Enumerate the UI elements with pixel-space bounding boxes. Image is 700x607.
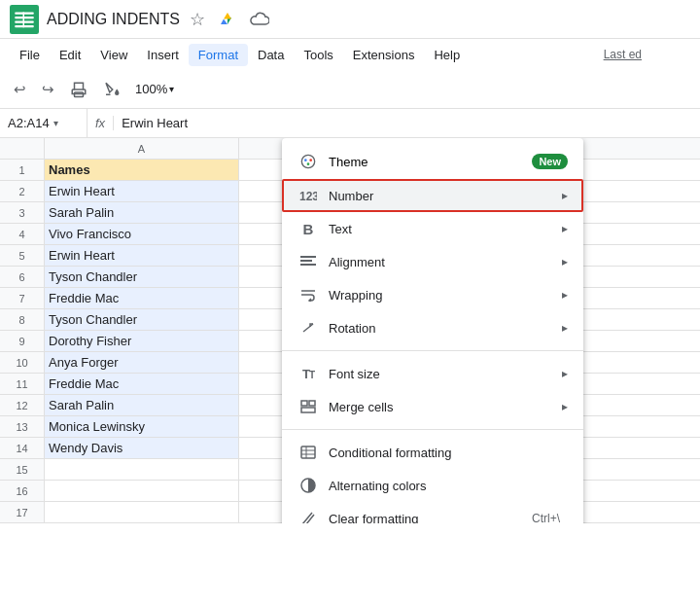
cloud-icon[interactable] [250,11,269,28]
number-arrow-icon: ▸ [562,189,568,202]
dropdown-divider [282,429,583,430]
cell-a[interactable]: Sarah Palin [45,202,239,223]
format-menu-number[interactable]: 123Number▸ [282,179,583,212]
row-num-header [0,138,45,159]
cell-a[interactable]: Erwin Heart [45,245,239,266]
svg-point-9 [309,159,312,161]
alignment-label: Alignment [329,255,562,269]
row-number: 7 [0,288,45,308]
rotation-arrow-icon: ▸ [562,321,568,335]
row-number: 15 [0,459,45,480]
menu-view[interactable]: View [90,44,137,66]
cell-a[interactable]: Wendy Davis [45,438,239,458]
cell-a[interactable]: Monica Lewinsky [45,416,239,437]
number-icon: 123 [298,189,319,202]
format-menu-clear[interactable]: Clear formattingCtrl+\ [282,502,583,523]
format-menu-conditional[interactable]: Conditional formatting [282,436,583,469]
drive-icon[interactable] [219,10,236,28]
title-bar: ADDING INDENTS ☆ [0,0,700,39]
cell-a[interactable]: Tyson Chandler [45,267,239,287]
alternating-label: Alternating colors [329,479,568,493]
redo-button[interactable]: ↪ [36,77,60,102]
row-number: 17 [0,502,45,522]
menu-tools[interactable]: Tools [294,44,342,66]
last-edited-link[interactable]: Last ed [604,48,642,61]
menu-format[interactable]: Format [189,44,248,66]
page-title: ADDING INDENTS [47,11,180,28]
cell-reference[interactable]: A2:A14 ▾ [0,109,88,137]
row-number: 6 [0,267,45,287]
alternating-icon [298,478,319,493]
svg-rect-16 [309,401,315,406]
svg-point-10 [307,162,310,165]
new-badge: New [532,154,568,169]
format-menu-alignment[interactable]: Alignment▸ [282,245,583,278]
star-icon[interactable]: ☆ [190,9,205,30]
text-label: Text [329,222,562,236]
cell-a[interactable] [45,459,239,480]
cell-a[interactable]: Vivo Francisco [45,224,239,244]
number-label: Number [329,189,562,203]
format-menu-text[interactable]: BText▸ [282,212,583,245]
wrapping-icon [298,288,319,302]
dropdown-divider [282,350,583,351]
format-menu-alternating[interactable]: Alternating colors [282,469,583,502]
menu-data[interactable]: Data [248,44,294,66]
undo-button[interactable]: ↩ [8,77,32,102]
format-menu-font-size[interactable]: TTFont size▸ [282,357,583,390]
row-number: 13 [0,416,45,437]
row-number: 14 [0,438,45,458]
merge-cells-icon [298,400,319,413]
cell-a[interactable]: Anya Forger [45,352,239,373]
paint-format-button[interactable] [97,77,126,102]
theme-icon [298,154,319,169]
font-size-arrow-icon: ▸ [562,367,568,380]
print-button[interactable] [64,77,93,102]
conditional-icon [298,446,319,459]
menu-file[interactable]: File [10,44,50,66]
rotation-icon [298,321,319,335]
row-number: 1 [0,160,45,180]
menu-edit[interactable]: Edit [50,44,90,66]
row-number: 10 [0,352,45,373]
cell-a[interactable] [45,502,239,522]
zoom-arrow-icon: ▾ [169,84,174,94]
title-icons: ☆ [190,9,269,30]
zoom-selector[interactable]: 100% ▾ [130,79,179,99]
clear-shortcut: Ctrl+\ [532,512,560,523]
theme-menu-item[interactable]: Theme New [282,144,583,179]
svg-rect-15 [301,401,307,406]
cell-a[interactable]: Tyson Chandler [45,309,239,330]
menu-extensions[interactable]: Extensions [343,44,425,66]
svg-rect-18 [301,446,315,458]
svg-rect-5 [23,12,25,27]
row-number: 2 [0,181,45,201]
format-menu-wrapping[interactable]: Wrapping▸ [282,278,583,311]
font-size-icon: TT [298,367,319,381]
app-icon [10,5,39,34]
format-dropdown[interactable]: Theme New 123Number▸BText▸Alignment▸Wrap… [282,138,583,523]
cell-a[interactable]: Dorothy Fisher [45,331,239,351]
column-header-a[interactable]: A [45,138,239,160]
row-number: 12 [0,395,45,415]
format-menu-rotation[interactable]: Rotation▸ [282,311,583,344]
format-menu-items: 123Number▸BText▸Alignment▸Wrapping▸Rotat… [282,179,583,523]
format-menu-merge-cells[interactable]: Merge cells▸ [282,390,583,423]
cell-a[interactable]: Sarah Palin [45,395,239,415]
formula-input[interactable] [114,116,700,130]
svg-point-8 [304,159,307,161]
cell-a[interactable] [45,481,239,501]
text-arrow-icon: ▸ [562,222,568,235]
cell-ref-dropdown-icon[interactable]: ▾ [53,118,58,128]
row-number: 3 [0,202,45,223]
cell-a[interactable]: Erwin Heart [45,181,239,201]
zoom-value: 100% [135,82,167,96]
menu-help[interactable]: Help [424,44,470,66]
cell-a[interactable]: Names [45,160,239,180]
row-number: 9 [0,331,45,351]
menu-insert[interactable]: Insert [137,44,189,66]
cell-a[interactable]: Freddie Mac [45,288,239,308]
cell-a[interactable]: Freddie Mac [45,374,239,394]
alignment-arrow-icon: ▸ [562,255,568,268]
row-number: 11 [0,374,45,394]
